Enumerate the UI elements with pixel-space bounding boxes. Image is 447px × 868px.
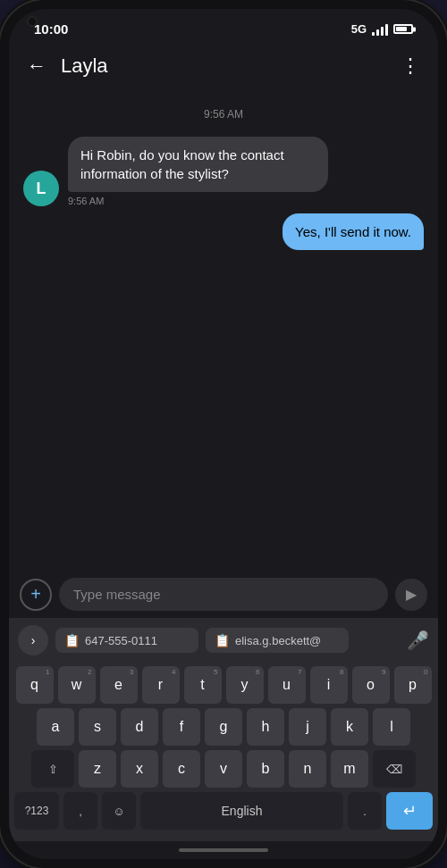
received-message-row: L Hi Robin, do you know the contact info… [23,137,424,206]
key-p[interactable]: p0 [394,666,432,704]
received-bubble-wrapper: Hi Robin, do you know the contact inform… [68,137,328,206]
message-input-bar: + Type message ▶ [9,571,438,618]
keyboard-suggestions-bar: › 📋 647-555-0111 📋 elisa.g.beckett@ 🎤 [9,618,438,663]
key-comma[interactable]: , [63,792,97,830]
key-period[interactable]: . [348,792,382,830]
mic-button[interactable]: 🎤 [407,630,429,651]
key-t[interactable]: t5 [184,666,222,704]
messages-area: 9:56 AM L Hi Robin, do you know the cont… [9,90,438,571]
key-l[interactable]: l [373,708,410,746]
key-num[interactable]: ?123 [14,792,59,830]
key-s[interactable]: s [79,708,116,746]
status-icons: 5G [351,22,413,36]
keyboard-row-1: q1 w2 e3 r4 t5 y6 u7 i8 o9 p0 [14,666,433,704]
keyboard: q1 w2 e3 r4 t5 y6 u7 i8 o9 p0 a s d f g … [9,663,438,841]
key-g[interactable]: g [205,708,242,746]
chip-email-icon: 📋 [215,633,230,647]
chip-email-text: elisa.g.beckett@ [235,634,321,647]
key-z[interactable]: z [79,750,116,788]
key-k[interactable]: k [331,708,368,746]
key-emoji[interactable]: ☺ [102,792,136,830]
send-button[interactable]: ▶ [395,579,427,611]
more-options-button[interactable]: ⋮ [397,51,424,81]
gesture-indicator [179,848,268,852]
key-b[interactable]: b [247,750,284,788]
key-q[interactable]: q1 [16,666,54,704]
key-e[interactable]: e3 [100,666,138,704]
key-enter[interactable]: ↵ [386,792,433,830]
attach-button[interactable]: + [20,579,52,611]
key-u[interactable]: u7 [268,666,306,704]
sent-bubble-wrapper: Yes, I'll send it now. [283,213,424,250]
sent-bubble: Yes, I'll send it now. [283,213,424,250]
screen: 10:00 5G ← Layla ⋮ 9:56 AM [9,9,438,859]
key-w[interactable]: w2 [58,666,96,704]
received-message-time: 9:56 AM [68,196,328,206]
key-v[interactable]: v [205,750,242,788]
message-input[interactable]: Type message [59,578,388,611]
battery-icon [393,24,413,34]
status-bar: 10:00 5G [9,9,438,42]
contact-avatar: L [23,171,59,206]
keyboard-row-4: ?123 , ☺ English . ↵ [14,792,433,830]
sent-message-row: Yes, I'll send it now. [23,213,424,250]
signal-icon [372,23,388,36]
key-delete[interactable]: ⌫ [373,750,416,788]
arrow-icon: › [31,633,36,647]
key-n[interactable]: n [289,750,326,788]
key-h[interactable]: h [247,708,284,746]
message-timestamp: 9:56 AM [23,108,424,121]
chip-phone-text: 647-555-0111 [85,634,157,647]
suggestion-chip-phone[interactable]: 📋 647-555-0111 [55,628,198,653]
gesture-bar [9,841,438,859]
message-placeholder: Type message [73,587,161,602]
suggestions-expand-button[interactable]: › [18,625,48,655]
key-x[interactable]: x [121,750,158,788]
key-r[interactable]: r4 [142,666,180,704]
app-bar: ← Layla ⋮ [9,42,438,90]
key-space[interactable]: English [140,792,343,830]
suggestion-chip-email[interactable]: 📋 elisa.g.beckett@ [206,628,349,653]
camera-dot [27,16,38,27]
chip-phone-icon: 📋 [64,633,80,647]
keyboard-row-2: a s d f g h j k l [14,708,433,746]
key-m[interactable]: m [331,750,368,788]
key-j[interactable]: j [289,708,326,746]
key-o[interactable]: o9 [352,666,390,704]
back-button[interactable]: ← [23,51,50,81]
key-shift[interactable]: ⇧ [31,750,74,788]
phone-frame: 10:00 5G ← Layla ⋮ 9:56 AM [0,0,447,868]
contact-name: Layla [61,54,386,78]
key-a[interactable]: a [37,708,74,746]
keyboard-row-3: ⇧ z x c v b n m ⌫ [14,750,433,788]
status-time: 10:00 [34,21,68,37]
key-i[interactable]: i8 [310,666,348,704]
key-c[interactable]: c [163,750,200,788]
key-d[interactable]: d [121,708,158,746]
send-icon: ▶ [406,586,417,603]
received-bubble: Hi Robin, do you know the contact inform… [68,137,328,192]
network-label: 5G [351,22,367,36]
key-f[interactable]: f [163,708,200,746]
key-y[interactable]: y6 [226,666,264,704]
